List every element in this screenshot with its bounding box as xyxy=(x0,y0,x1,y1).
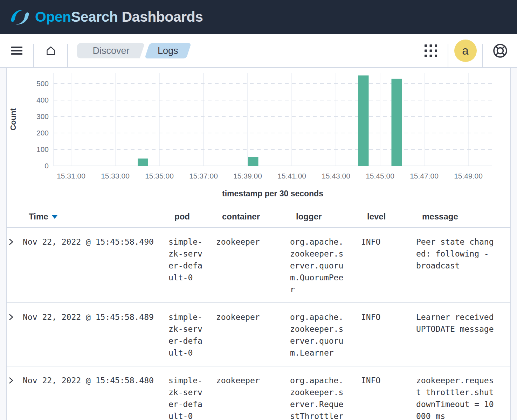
column-header-time-label: Time xyxy=(29,212,48,221)
column-header-logger[interactable]: logger xyxy=(296,212,367,222)
histogram-bar[interactable] xyxy=(248,157,258,166)
histogram-bar[interactable] xyxy=(392,79,402,166)
column-header-pod[interactable]: pod xyxy=(174,212,222,222)
page-background: 15:31:0015:33:0015:35:0015:37:0015:39:00… xyxy=(0,68,517,420)
histogram-bar[interactable] xyxy=(358,76,369,166)
cell-level: INFO xyxy=(361,374,416,420)
apps-grid-icon xyxy=(423,43,439,58)
help-button[interactable] xyxy=(483,34,517,67)
documents-table: Time pod container logger level message … xyxy=(7,204,510,420)
x-tick-label: 15:47:00 xyxy=(410,172,439,180)
x-axis-title: timestamp per 30 seconds xyxy=(54,189,492,198)
table-row: Nov 22, 2022 @ 15:45:58.480 simple-zk-se… xyxy=(7,366,510,420)
x-tick-label: 15:45:00 xyxy=(366,172,394,180)
table-header-row: Time pod container logger level message xyxy=(7,204,510,228)
cell-time: Nov 22, 2022 @ 15:45:58.480 xyxy=(23,374,168,420)
brand-open: Open xyxy=(35,9,71,25)
x-tick-label: 15:39:00 xyxy=(233,172,262,180)
expand-row-button[interactable] xyxy=(7,376,16,386)
x-tick-label: 15:41:00 xyxy=(277,172,306,180)
chevron-right-icon xyxy=(7,237,16,247)
cell-message: Learner received UPTODATE message xyxy=(416,311,498,359)
x-tick-label: 15:37:00 xyxy=(189,172,218,180)
help-icon xyxy=(492,43,508,59)
nav-right-group: a xyxy=(414,34,517,67)
y-axis-title: Count xyxy=(9,108,18,131)
avatar-initial: a xyxy=(462,44,468,57)
cell-time: Nov 22, 2022 @ 15:45:58.489 xyxy=(23,311,168,359)
cell-level: INFO xyxy=(361,236,416,295)
expand-row-button[interactable] xyxy=(7,312,16,323)
cell-message: zookeeper.request_throttler.shutdownTime… xyxy=(416,374,498,420)
y-tick-label: 100 xyxy=(36,145,49,153)
cell-container: zookeeper xyxy=(216,311,290,359)
table-row: Nov 22, 2022 @ 15:45:58.490 simple-zk-se… xyxy=(7,228,510,303)
cell-level: INFO xyxy=(361,311,416,359)
table-row: Nov 22, 2022 @ 15:45:58.489 simple-zk-se… xyxy=(7,303,510,366)
histogram-svg[interactable]: 15:31:0015:33:0015:35:0015:37:0015:39:00… xyxy=(7,68,511,183)
x-tick-label: 15:49:00 xyxy=(454,172,483,180)
chevron-right-icon xyxy=(7,376,16,385)
account-button[interactable]: a xyxy=(448,34,482,67)
header-expand-spacer xyxy=(13,212,29,222)
x-tick-label: 15:33:00 xyxy=(101,172,130,180)
y-tick-label: 500 xyxy=(36,79,49,88)
nav-bar: Discover Logs a xyxy=(0,34,517,68)
sort-desc-icon[interactable] xyxy=(52,215,57,219)
histogram-bar[interactable] xyxy=(138,159,148,166)
x-tick-label: 15:35:00 xyxy=(145,172,174,180)
column-header-time[interactable]: Time xyxy=(29,212,174,222)
x-tick-label: 15:43:00 xyxy=(322,172,350,180)
cell-pod: simple-zk-server-default-0 xyxy=(168,374,216,420)
breadcrumb-logs-label: Logs xyxy=(158,43,178,58)
app-title: OpenSearch Dashboards xyxy=(35,9,203,25)
y-tick-label: 0 xyxy=(44,162,49,170)
expand-row-button[interactable] xyxy=(7,237,16,248)
breadcrumb-discover[interactable]: Discover xyxy=(77,43,145,58)
avatar: a xyxy=(454,40,477,62)
cell-pod: simple-zk-server-default-0 xyxy=(168,311,216,359)
cell-pod: simple-zk-server-default-0 xyxy=(168,236,216,295)
app-header: OpenSearch Dashboards xyxy=(0,0,517,34)
breadcrumb-logs[interactable]: Logs xyxy=(145,43,191,58)
y-tick-label: 400 xyxy=(36,96,49,104)
column-header-message[interactable]: message xyxy=(422,212,504,222)
cell-logger: org.apache.zookeeper.server.quorum.Quoru… xyxy=(290,236,361,295)
histogram-chart[interactable]: 15:31:0015:33:0015:35:0015:37:0015:39:00… xyxy=(7,68,510,198)
home-button[interactable] xyxy=(34,34,67,67)
x-tick-label: 15:31:00 xyxy=(57,172,85,180)
apps-menu-button[interactable] xyxy=(414,34,448,67)
breadcrumb: Discover Logs xyxy=(77,43,189,58)
column-header-level[interactable]: level xyxy=(367,212,422,222)
brand-dashboards: Dashboards xyxy=(122,9,203,25)
y-tick-label: 300 xyxy=(36,112,49,120)
cell-message: Peer state changed: following - broadcas… xyxy=(416,236,498,295)
column-header-container[interactable]: container xyxy=(222,212,296,222)
discover-panel: 15:31:0015:33:0015:35:0015:37:0015:39:00… xyxy=(6,68,511,420)
cell-time: Nov 22, 2022 @ 15:45:58.490 xyxy=(23,236,168,295)
home-icon xyxy=(44,44,57,57)
hamburger-icon xyxy=(11,46,22,55)
cell-logger: org.apache.zookeeper.server.RequestThrot… xyxy=(290,374,361,420)
y-tick-label: 200 xyxy=(36,129,49,137)
brand-search: Search xyxy=(71,9,118,25)
opensearch-logo-icon xyxy=(11,8,29,27)
cell-logger: org.apache.zookeeper.server.quorum.Learn… xyxy=(290,311,361,359)
cell-container: zookeeper xyxy=(216,374,290,420)
cell-container: zookeeper xyxy=(216,236,290,295)
menu-button[interactable] xyxy=(0,34,33,67)
nav-divider xyxy=(67,44,68,67)
chevron-right-icon xyxy=(7,312,16,322)
